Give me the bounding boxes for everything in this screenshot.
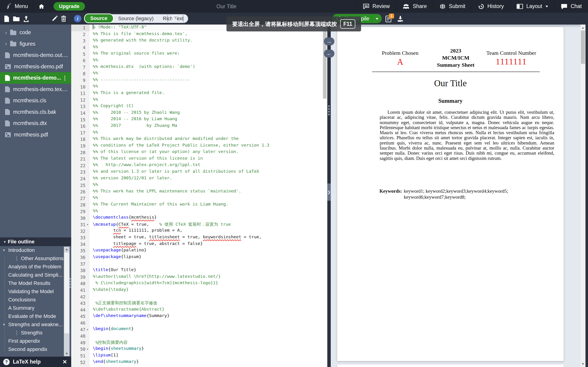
- outline-item-other-assumptions[interactable]: Other Assumptions: [0, 254, 71, 263]
- file-tree-item-figures[interactable]: ›figures: [0, 38, 71, 50]
- code-line[interactable]: %% and version 1.3 or later is part of a…: [90, 169, 322, 175]
- code-line[interactable]: %%: [90, 182, 322, 189]
- outline-item-strengths[interactable]: Strengths: [0, 329, 71, 337]
- code-line[interactable]: %%: [90, 97, 322, 103]
- file-tree-item-mcmthesis-dtx[interactable]: mcmthesis.dtx: [0, 118, 71, 129]
- outline-item-introduction[interactable]: ▼Introduction: [0, 246, 71, 254]
- scrollbar-thumb[interactable]: [581, 31, 585, 64]
- code-line[interactable]: %%: [90, 208, 322, 215]
- home-button[interactable]: [33, 0, 50, 13]
- sync-to-code-button[interactable]: ←: [324, 50, 334, 58]
- scroll-down-icon[interactable]: ▼: [64, 352, 69, 355]
- download-pdf-icon[interactable]: [397, 15, 404, 22]
- code-line[interactable]: %%: [90, 130, 322, 136]
- code-line[interactable]: %% The latest version of this license is…: [90, 156, 322, 162]
- code-line[interactable]: %% 2014 -- 2016 by Liam Huang: [90, 116, 322, 123]
- code-line[interactable]: %正文摘要和控制页摘要名字修改: [90, 300, 322, 307]
- info-icon[interactable]: i: [74, 15, 81, 22]
- file-tree-item-mcmthesis-pdf[interactable]: mcmthesis.pdf: [0, 129, 71, 141]
- code-line[interactable]: %% generated with the docstrip utility.: [90, 38, 322, 44]
- code-line[interactable]: %% -----------------------------------: [90, 77, 322, 84]
- rename-pencil-icon[interactable]: [52, 15, 58, 22]
- latex-help-bar[interactable]: ? LaTeX help ✕: [0, 357, 71, 367]
- code-line[interactable]: %% This work has the LPPL maintenance st…: [90, 189, 322, 195]
- scroll-up-icon[interactable]: ▲: [580, 26, 586, 29]
- outline-item-calculating-and-simpli[interactable]: Calculating and Simpli...: [0, 271, 71, 279]
- code-line[interactable]: tcn = 1111111, problem = A,: [90, 228, 322, 234]
- code-line[interactable]: %%: [90, 44, 322, 51]
- new-folder-icon[interactable]: [13, 15, 20, 22]
- code-line[interactable]: %% This is a generated file.: [90, 90, 322, 97]
- fold-caret-icon[interactable]: ▾: [86, 328, 90, 331]
- code-line[interactable]: [90, 333, 322, 340]
- code-line[interactable]: %% conditions of the LaTeX Project Publi…: [90, 143, 322, 149]
- editor-scrollbar[interactable]: ▲: [322, 25, 327, 367]
- outline-item-the-model-results[interactable]: The Model Results: [0, 279, 71, 287]
- divider-grip[interactable]: ❯: [327, 184, 331, 201]
- code-line[interactable]: [90, 261, 322, 267]
- code-line[interactable]: \documentclass{mcmthesis}: [90, 215, 322, 221]
- pdf-scrollbar[interactable]: ▲ ▼: [580, 25, 586, 367]
- code-line[interactable]: %% Copyright (C): [90, 103, 322, 110]
- file-tree-item-mcmthesis-demo-pdf[interactable]: mcmthesis-demo.pdf: [0, 61, 71, 73]
- chevron-down-icon[interactable]: ▼: [2, 323, 6, 326]
- share-button[interactable]: Share: [396, 0, 433, 13]
- tab-source-legacy[interactable]: Source (legacy): [114, 14, 158, 23]
- code-line[interactable]: %% version 2005/12/01 or later.: [90, 175, 322, 182]
- code-line[interactable]: [90, 320, 322, 326]
- file-tree-item-mcmthesis-cls[interactable]: mcmthesis.cls: [0, 95, 71, 106]
- code-line[interactable]: sheet = true, titleinsheet = true, keywo…: [90, 234, 322, 241]
- code-line[interactable]: \begin{sheetsummary}: [90, 346, 322, 352]
- fold-caret-icon[interactable]: ▾: [86, 348, 90, 351]
- code-line[interactable]: %% The original source files were:: [90, 51, 322, 57]
- outline-item-evaluate-of-the-mode[interactable]: Evaluate of the Mode: [0, 312, 71, 320]
- delete-trash-icon[interactable]: [61, 15, 67, 22]
- code-line[interactable]: [90, 293, 322, 300]
- upgrade-button[interactable]: Upgrade: [53, 2, 85, 10]
- fold-caret-icon[interactable]: ▾: [86, 223, 90, 226]
- code-line[interactable]: \lipsum[1]: [90, 352, 322, 359]
- code-line[interactable]: %% This is file `mcmthesis-demo.tex',: [90, 31, 322, 38]
- scrollbar-thumb[interactable]: [64, 252, 69, 333]
- chevron-down-icon[interactable]: ▼: [2, 248, 6, 252]
- code-line[interactable]: %\date{\today}: [90, 287, 322, 294]
- outline-item-validating-the-model[interactable]: Validating the Model: [0, 287, 71, 296]
- code-line[interactable]: %% of this license or (at your option) a…: [90, 149, 322, 156]
- chat-button[interactable]: Chat: [554, 0, 588, 13]
- code-line[interactable]: \mcmsetup{CTeX = true, % 使用 CTeX 套装时，设置为…: [90, 221, 322, 228]
- outline-item-second-appendix[interactable]: Second appendix: [0, 345, 71, 353]
- layout-button[interactable]: Layout ▼: [510, 0, 554, 13]
- editor-pdf-divider[interactable]: → ← ❯: [327, 25, 331, 367]
- new-file-icon[interactable]: [4, 15, 10, 22]
- file-tree-item-mcmthesis-cls-bak[interactable]: mcmthesis.cls.bak: [0, 106, 71, 118]
- code-editor[interactable]: 1234567891011121314151617181920212223242…: [71, 25, 327, 367]
- code-line[interactable]: %%: [90, 57, 322, 64]
- code-line[interactable]: %\author{\small \href{http://www.latexst…: [90, 274, 322, 281]
- code-line[interactable]: %%: [90, 195, 322, 202]
- code-line[interactable]: %% http://www.latex-project.org/lppl.txt: [90, 162, 322, 169]
- outline-item-strengths-and-weakne[interactable]: ▼Strengths and weakne...: [0, 320, 71, 329]
- recompile-dropdown[interactable]: ▼: [372, 14, 382, 23]
- symbol-palette-button[interactable]: Ω: [172, 15, 177, 22]
- code-line[interactable]: \end{sheetsummary}: [90, 359, 322, 366]
- scroll-up-icon[interactable]: ▲: [64, 248, 69, 251]
- divider-drag-dots[interactable]: [328, 105, 330, 115]
- kebab-menu-icon[interactable]: ⋮: [62, 75, 68, 81]
- code-line[interactable]: %%: [90, 70, 322, 77]
- file-tree-item-code[interactable]: ›code: [0, 27, 71, 38]
- file-tree-item-mcmthesis-demo-out[interactable]: mcmthesis-demo.out....: [0, 50, 71, 61]
- code-line[interactable]: \usepackage{lipsum}: [90, 254, 322, 261]
- code-line[interactable]: %\def\abstractname{Abstract}: [90, 307, 322, 313]
- tab-source[interactable]: Source: [84, 14, 114, 23]
- code-line[interactable]: %% The Current Maintainer of this work i…: [90, 202, 322, 208]
- file-tree-item-mcmthesis-demo-tex[interactable]: mcmthesis-demo.tex....: [0, 84, 71, 95]
- code-line[interactable]: %% 2010 -- 2015 by Zhaoli Wang: [90, 110, 322, 117]
- code-area[interactable]: % !Mode:: "TeX:UTF-8"%% This is file `mc…: [90, 25, 322, 367]
- scroll-down-icon[interactable]: ▼: [580, 362, 586, 366]
- outline-item-analysis-of-the-problem[interactable]: Analysis of the Problem: [0, 263, 71, 271]
- compile-log-icon[interactable]: 1: [385, 15, 392, 22]
- close-icon[interactable]: ✕: [62, 359, 67, 365]
- file-outline-header[interactable]: ▼ File outline: [0, 237, 71, 246]
- chevron-right-icon[interactable]: ›: [5, 41, 10, 47]
- menu-button[interactable]: Menu: [0, 0, 33, 13]
